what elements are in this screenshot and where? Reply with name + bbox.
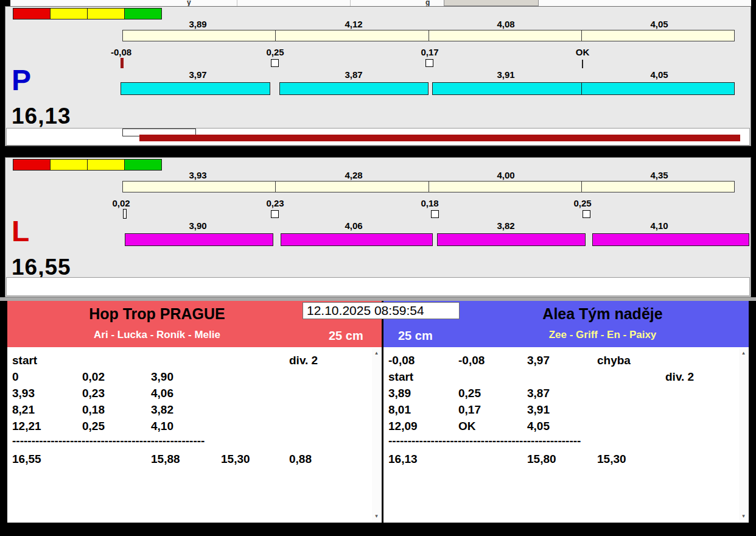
vertical-scrollbar[interactable]: ▴ ▾ [739,348,748,520]
legend-yellow-cell [51,9,88,19]
table-cell [597,401,665,418]
progress-strip [6,277,750,296]
table-cell: 3,82 [151,401,221,418]
table-cell [597,385,665,401]
table-cell: -0,08 [458,352,527,368]
lane-total-time: 16,55 [12,256,71,278]
table-cell: 12,09 [388,418,458,434]
reference-split-value: 3,89 [189,19,206,29]
table-cell: 0,25 [458,385,527,401]
table-cell [665,385,749,401]
table-cell: 4,05 [527,418,597,434]
boundary-offset-value: 0,25 [573,198,591,208]
legend-yellow-cell [88,160,125,170]
table-cell [597,368,665,385]
legend-yellow-cell [51,160,88,170]
lap-time-value: 3,82 [497,220,514,231]
table-row: 8,01 0,17 3,91 [383,401,749,418]
table-cell [527,368,597,385]
table-cell [665,418,749,434]
boundary-offset-value: 0,25 [266,47,284,57]
boundary-marker-box [271,210,279,218]
lap-time-value: 3,90 [189,220,206,231]
table-cell: 15,80 [527,451,597,467]
boundary-offset-value: 0,02 [112,198,130,208]
scroll-down-icon[interactable]: ▾ [739,512,748,520]
table-cell: 3,89 [388,385,458,401]
table-cell: 8,01 [388,401,458,418]
table-cell: 3,93 [12,385,82,401]
lap-bar-segment [125,233,273,246]
table-cell [289,418,382,434]
results-table: -0,08 -0,08 3,97 chyba start div. 2 3,89… [383,347,749,523]
table-row: 12,21 0,25 4,10 [7,418,382,434]
table-cell [82,352,151,368]
boundary-offset-value: OK [576,47,590,57]
lap-bar-segment [432,82,582,95]
table-cell [289,368,382,385]
reference-bar [122,30,735,41]
legend-red-cell [13,9,51,19]
reference-split-value: 4,28 [345,170,362,180]
table-cell [221,401,289,418]
table-cell: 0,23 [82,385,151,401]
team-members: Zee - Griff - En - Paixy [457,329,749,341]
legend-green-cell [125,160,161,170]
table-cell: 15,88 [151,451,221,467]
status-legend [13,159,162,171]
table-cell [665,451,749,467]
app-window: ý g 3,89 4,12 4,08 4,05 -0,08 0,25 0,17 … [0,0,756,536]
table-cell: 3,87 [527,385,597,401]
table-cell: 4,06 [151,385,221,401]
boundary-offset-value: 0,18 [421,198,438,208]
table-cell: 3,90 [151,368,221,385]
reference-split-value: 4,05 [650,19,668,29]
table-cell: start [12,352,82,368]
teams-section: 12.10.2025 08:59:54 Hop Trop PRAGUE Ari … [5,301,751,523]
table-cell [597,418,665,434]
lane-width-label: 25 cm [398,329,433,343]
scroll-down-icon[interactable]: ▾ [372,512,381,520]
table-cell: chyba [597,352,665,368]
toolbar-button[interactable] [444,0,539,6]
ok-tick-marker [582,60,583,68]
table-cell: 3,91 [527,401,597,418]
table-cell: 8,21 [12,401,82,418]
table-cell [221,368,289,385]
results-table: start div. 2 0 0,02 3,90 3,93 0,23 4,06 [7,347,382,523]
lane-panel-p: 3,89 4,12 4,08 4,05 -0,08 0,25 0,17 OK 3… [5,6,751,146]
lap-time-value: 3,91 [497,69,514,80]
table-row: start div. 2 [383,368,749,385]
window-top-strip: ý g [10,0,751,6]
vertical-scrollbar[interactable]: ▴ ▾ [372,348,381,520]
table-cell [665,401,749,418]
menu-separator [237,0,237,6]
table-cell: 0,88 [289,451,382,467]
table-row: start div. 2 [7,352,382,368]
scroll-up-icon[interactable]: ▴ [739,348,748,357]
lane-letter: P [12,66,31,95]
lap-bar-segment [592,233,749,246]
lap-bar-segment [437,233,586,246]
table-cell: 0 [12,368,82,385]
reference-split-value: 4,35 [650,170,668,180]
table-cell [665,352,749,368]
table-cell [151,352,221,368]
table-cell: 0,18 [82,401,151,418]
lane-width-label: 25 cm [329,329,363,343]
start-offset-marker [121,58,124,68]
table-cell [458,368,527,385]
start-offset-marker [123,209,127,219]
reference-split-value: 4,00 [497,170,514,180]
progress-bar [139,135,740,141]
table-cell: 3,97 [527,352,597,368]
total-row: 16,55 15,88 15,30 0,88 [7,451,382,467]
table-cell: 16,55 [12,451,82,467]
separator-row: ----------------------------------------… [383,434,749,448]
table-cell: OK [458,418,527,434]
scroll-up-icon[interactable]: ▴ [372,348,381,357]
team-name: Alea Tým naděje [457,305,749,323]
boundary-marker-box [271,59,279,67]
table-cell: 0,02 [82,368,151,385]
table-row: 12,09 OK 4,05 [383,418,749,434]
